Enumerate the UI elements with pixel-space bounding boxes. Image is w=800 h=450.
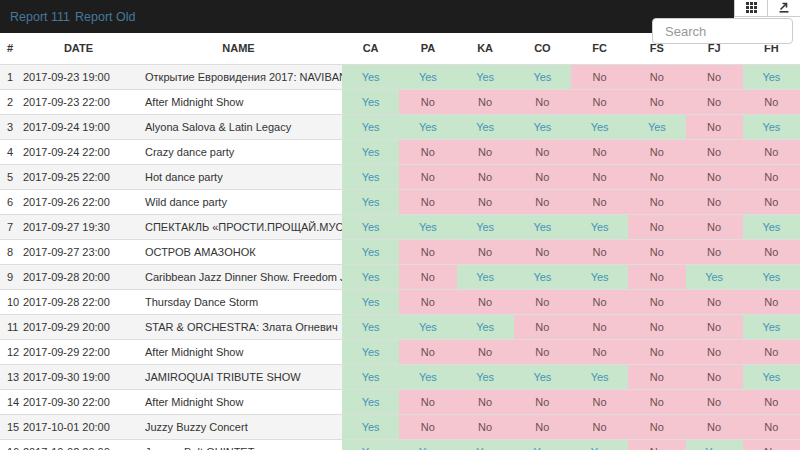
flag-cell-fs: No bbox=[628, 189, 685, 214]
flag-cell-pa: No bbox=[399, 139, 456, 164]
nav-link-report-111[interactable]: Report 111 bbox=[10, 10, 70, 24]
table-row: 52017-09-25 22:00Hot dance partyYesNoNoN… bbox=[0, 164, 800, 189]
event-name: СПЕКТАКЛЬ «ПРОСТИ.ПРОЩАЙ.МУСОР ВЫНЕСУ bbox=[135, 214, 342, 239]
flag-cell-fs: No bbox=[628, 164, 685, 189]
table-row: 62017-09-26 22:00Wild dance partyYesNoNo… bbox=[0, 189, 800, 214]
flag-cell-ca: Yes bbox=[342, 189, 399, 214]
table-row: 122017-09-29 22:00After Midnight ShowYes… bbox=[0, 339, 800, 364]
flag-cell-ca: Yes bbox=[342, 314, 399, 339]
event-name: Hot dance party bbox=[135, 164, 342, 189]
table-row: 42017-09-24 22:00Crazy dance partyYesNoN… bbox=[0, 139, 800, 164]
column-header-date[interactable]: DATE bbox=[22, 33, 135, 64]
flag-cell-co: No bbox=[514, 139, 571, 164]
row-number: 4 bbox=[0, 139, 22, 164]
flag-cell-co: No bbox=[514, 164, 571, 189]
flag-cell-pa: Yes bbox=[399, 439, 456, 450]
flag-cell-ka: Yes bbox=[457, 439, 514, 450]
flag-cell-pa: No bbox=[399, 164, 456, 189]
event-name: After Midnight Show bbox=[135, 389, 342, 414]
flag-cell-ca: Yes bbox=[342, 364, 399, 389]
flag-cell-fh: No bbox=[743, 389, 800, 414]
flag-cell-fc: No bbox=[571, 314, 628, 339]
flag-cell-co: Yes bbox=[514, 439, 571, 450]
flag-cell-ca: Yes bbox=[342, 214, 399, 239]
flag-cell-fc: No bbox=[571, 89, 628, 114]
flag-cell-pa: No bbox=[399, 339, 456, 364]
toolbar-icon-row bbox=[734, 0, 800, 17]
table-row: 102017-09-28 22:00Thursday Dance StormYe… bbox=[0, 289, 800, 314]
flag-cell-co: Yes bbox=[514, 214, 571, 239]
table-row: 92017-09-28 20:00Caribbean Jazz Dinner S… bbox=[0, 264, 800, 289]
flag-cell-fs: No bbox=[628, 364, 685, 389]
event-name: ОСТРОВ АМАЗОНОК bbox=[135, 239, 342, 264]
flag-cell-pa: Yes bbox=[399, 114, 456, 139]
flag-cell-fj: No bbox=[686, 239, 743, 264]
flag-cell-ka: No bbox=[457, 189, 514, 214]
flag-cell-ca: Yes bbox=[342, 239, 399, 264]
column-header-fc[interactable]: FC bbox=[571, 33, 628, 64]
row-number: 2 bbox=[0, 89, 22, 114]
column-header-co[interactable]: CO bbox=[514, 33, 571, 64]
flag-cell-fh: Yes bbox=[743, 364, 800, 389]
flag-cell-ka: Yes bbox=[457, 114, 514, 139]
flag-cell-fh: No bbox=[743, 164, 800, 189]
table-body: 12017-09-23 19:00Открытие Евровидения 20… bbox=[0, 64, 800, 450]
flag-cell-ca: Yes bbox=[342, 114, 399, 139]
row-number: 9 bbox=[0, 264, 22, 289]
flag-cell-ka: Yes bbox=[457, 314, 514, 339]
flag-cell-pa: No bbox=[399, 189, 456, 214]
flag-cell-fj: No bbox=[686, 139, 743, 164]
row-number: 12 bbox=[0, 339, 22, 364]
report-table-wrap: #DATENAMECAPAKACOFCFSFJFH 12017-09-23 19… bbox=[0, 33, 800, 450]
table-row: 12017-09-23 19:00Открытие Евровидения 20… bbox=[0, 64, 800, 89]
event-date: 2017-09-26 22:00 bbox=[22, 189, 135, 214]
flag-cell-fh: No bbox=[743, 89, 800, 114]
flag-cell-fc: No bbox=[571, 339, 628, 364]
flag-cell-fc: No bbox=[571, 189, 628, 214]
row-number: 8 bbox=[0, 239, 22, 264]
flag-cell-co: Yes bbox=[514, 64, 571, 89]
column-header-ca[interactable]: CA bbox=[342, 33, 399, 64]
flag-cell-ka: No bbox=[457, 139, 514, 164]
flag-cell-fj: No bbox=[686, 414, 743, 439]
column-header-pa[interactable]: PA bbox=[399, 33, 456, 64]
report-page: Report 111 Report Old bbox=[0, 0, 800, 450]
event-name: Caribbean Jazz Dinner Show. Freedom Jazz… bbox=[135, 264, 342, 289]
row-number: 5 bbox=[0, 164, 22, 189]
export-button[interactable] bbox=[767, 0, 800, 16]
flag-cell-pa: No bbox=[399, 264, 456, 289]
column-header-name[interactable]: NAME bbox=[135, 33, 342, 64]
flag-cell-ka: No bbox=[457, 164, 514, 189]
event-name: After Midnight Show bbox=[135, 89, 342, 114]
table-row: 72017-09-27 19:30СПЕКТАКЛЬ «ПРОСТИ.ПРОЩА… bbox=[0, 214, 800, 239]
flag-cell-pa: No bbox=[399, 239, 456, 264]
flag-cell-ca: Yes bbox=[342, 164, 399, 189]
event-date: 2017-09-23 19:00 bbox=[22, 64, 135, 89]
flag-cell-fj: Yes bbox=[686, 439, 743, 450]
column-header-num[interactable]: # bbox=[0, 33, 22, 64]
flag-cell-fj: No bbox=[686, 314, 743, 339]
flag-cell-ca: Yes bbox=[342, 264, 399, 289]
nav-link-report-old[interactable]: Report Old bbox=[75, 10, 135, 24]
flag-cell-pa: Yes bbox=[399, 314, 456, 339]
flag-cell-fs: No bbox=[628, 239, 685, 264]
flag-cell-ka: Yes bbox=[457, 264, 514, 289]
flag-cell-fh: Yes bbox=[743, 114, 800, 139]
flag-cell-fc: No bbox=[571, 289, 628, 314]
table-row: 142017-09-30 22:00After Midnight ShowYes… bbox=[0, 389, 800, 414]
search-input[interactable] bbox=[652, 18, 793, 44]
flag-cell-ka: No bbox=[457, 414, 514, 439]
row-number: 16 bbox=[0, 439, 22, 450]
flag-cell-fs: Yes bbox=[628, 114, 685, 139]
event-name: STAR & ORCHESTRA: Злата Огневич bbox=[135, 314, 342, 339]
grid-view-button[interactable] bbox=[735, 0, 767, 16]
row-number: 7 bbox=[0, 214, 22, 239]
flag-cell-fj: No bbox=[686, 389, 743, 414]
event-date: 2017-10-02 20:00 bbox=[22, 439, 135, 450]
flag-cell-co: Yes bbox=[514, 114, 571, 139]
flag-cell-ca: Yes bbox=[342, 89, 399, 114]
row-number: 10 bbox=[0, 289, 22, 314]
flag-cell-fh: No bbox=[743, 289, 800, 314]
column-header-ka[interactable]: KA bbox=[457, 33, 514, 64]
event-date: 2017-09-29 22:00 bbox=[22, 339, 135, 364]
